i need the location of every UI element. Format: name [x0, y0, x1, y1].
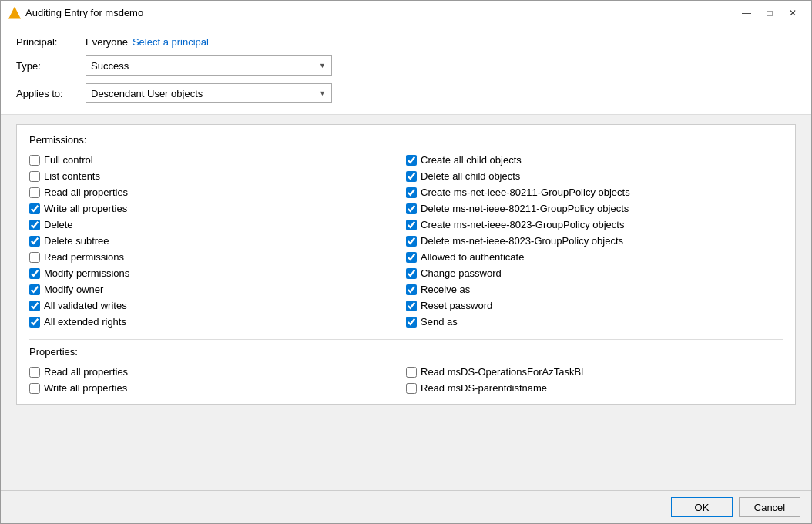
perm-create-ieee-80211-checkbox[interactable]: [406, 187, 417, 198]
perm-full-control-checkbox[interactable]: [29, 155, 40, 166]
perm-read-permissions-checkbox[interactable]: [29, 252, 40, 263]
perm-allowed-authenticate-checkbox[interactable]: [406, 252, 417, 263]
perm-reset-password-checkbox[interactable]: [406, 301, 417, 311]
permissions-label: Permissions:: [29, 134, 783, 146]
perm-write-all-props-checkbox[interactable]: [29, 203, 40, 214]
window-icon: [8, 7, 21, 19]
prop-write-all-row: Write all properties: [29, 381, 406, 395]
perm-full-control-row: Full control: [29, 153, 406, 166]
principal-value: Everyone: [86, 36, 128, 48]
applies-to-select[interactable]: Descendant User objects This object only…: [86, 83, 332, 103]
perm-delete-all-child-row: Delete all child objects: [406, 170, 783, 183]
perm-delete-checkbox[interactable]: [29, 220, 40, 230]
properties-section: Properties: Read all properties Write al…: [29, 339, 783, 395]
applies-to-label: Applies to:: [16, 88, 86, 99]
main-section: Permissions: Full control List contents: [1, 115, 811, 414]
perm-all-extended-rights-row: All extended rights: [29, 315, 406, 328]
prop-read-all-checkbox[interactable]: [29, 367, 40, 378]
perm-change-password-checkbox[interactable]: [406, 268, 417, 279]
perm-delete-ieee-8023-checkbox[interactable]: [406, 236, 417, 247]
prop-read-msds-parent-label: Read msDS-parentdistname: [421, 382, 547, 394]
perm-read-all-props-label: Read all properties: [44, 186, 128, 198]
bottom-bar: OK Cancel: [1, 490, 811, 523]
perm-delete-subtree-checkbox[interactable]: [29, 236, 40, 247]
perm-allowed-authenticate-label: Allowed to authenticate: [421, 251, 524, 263]
perm-delete-label: Delete: [44, 219, 73, 230]
perm-delete-row: Delete: [29, 218, 406, 231]
properties-right-col: Read msDS-OperationsForAzTaskBL Read msD…: [406, 365, 783, 395]
properties-label: Properties:: [29, 346, 783, 358]
ok-button[interactable]: OK: [671, 497, 733, 517]
perm-delete-ieee-8023-label: Delete ms-net-ieee-8023-GroupPolicy obje…: [421, 235, 623, 247]
close-button[interactable]: ✕: [782, 5, 804, 21]
perm-receive-as-checkbox[interactable]: [406, 284, 417, 295]
prop-write-all-checkbox[interactable]: [29, 383, 40, 394]
perm-modify-permissions-label: Modify permissions: [44, 267, 129, 279]
dialog-content: Principal: Everyone Select a principal T…: [1, 25, 811, 523]
perm-delete-ieee-80211-row: Delete ms-net-ieee-80211-GroupPolicy obj…: [406, 202, 783, 215]
select-principal-link[interactable]: Select a principal: [133, 36, 209, 48]
perm-reset-password-row: Reset password: [406, 299, 783, 312]
applies-to-row: Applies to: Descendant User objects This…: [16, 83, 796, 103]
perm-reset-password-label: Reset password: [421, 300, 492, 311]
title-bar-controls: — □ ✕: [736, 5, 804, 21]
perm-delete-all-child-label: Delete all child objects: [421, 170, 520, 182]
perm-create-ieee-80211-label: Create ms-net-ieee-80211-GroupPolicy obj…: [421, 186, 630, 198]
perm-create-ieee-80211-row: Create ms-net-ieee-80211-GroupPolicy obj…: [406, 186, 783, 199]
window-title: Auditing Entry for msdemo: [25, 7, 143, 18]
perm-read-permissions-label: Read permissions: [44, 251, 124, 263]
type-select[interactable]: Success Failure All: [86, 55, 332, 76]
perm-create-all-child-checkbox[interactable]: [406, 155, 417, 166]
perm-create-ieee-8023-checkbox[interactable]: [406, 220, 417, 230]
perm-delete-ieee-80211-checkbox[interactable]: [406, 203, 417, 214]
prop-read-msds-parent-row: Read msDS-parentdistname: [406, 381, 783, 395]
perm-modify-owner-checkbox[interactable]: [29, 284, 40, 295]
perm-delete-subtree-label: Delete subtree: [44, 235, 109, 247]
cancel-button[interactable]: Cancel: [739, 497, 800, 517]
perm-receive-as-label: Receive as: [421, 284, 470, 295]
perm-delete-ieee-80211-label: Delete ms-net-ieee-80211-GroupPolicy obj…: [421, 203, 629, 214]
prop-read-msds-operations-label: Read msDS-OperationsForAzTaskBL: [421, 366, 586, 378]
perm-delete-all-child-checkbox[interactable]: [406, 171, 417, 182]
perm-modify-owner-label: Modify owner: [44, 284, 103, 295]
minimize-button[interactable]: —: [736, 5, 757, 21]
perm-all-validated-writes-row: All validated writes: [29, 299, 406, 312]
perm-write-all-props-row: Write all properties: [29, 202, 406, 215]
perm-create-ieee-8023-label: Create ms-net-ieee-8023-GroupPolicy obje…: [421, 219, 624, 230]
permissions-box: Permissions: Full control List contents: [16, 124, 796, 405]
permissions-left-col: Full control List contents Read all prop…: [29, 153, 406, 328]
type-row: Type: Success Failure All: [16, 55, 796, 76]
perm-full-control-label: Full control: [44, 154, 93, 166]
perm-delete-ieee-8023-row: Delete ms-net-ieee-8023-GroupPolicy obje…: [406, 234, 783, 247]
principal-label: Principal:: [16, 36, 86, 48]
prop-read-msds-parent-checkbox[interactable]: [406, 383, 417, 394]
prop-read-all-label: Read all properties: [44, 366, 128, 378]
title-bar: Auditing Entry for msdemo — □ ✕: [1, 1, 811, 25]
applies-to-select-wrapper: Descendant User objects This object only…: [86, 83, 332, 103]
perm-create-all-child-row: Create all child objects: [406, 153, 783, 166]
perm-all-validated-writes-checkbox[interactable]: [29, 301, 40, 311]
perm-read-all-props-checkbox[interactable]: [29, 187, 40, 198]
perm-delete-subtree-row: Delete subtree: [29, 234, 406, 247]
perm-send-as-label: Send as: [421, 316, 458, 328]
type-label: Type:: [16, 60, 86, 72]
perm-modify-owner-row: Modify owner: [29, 283, 406, 296]
perm-change-password-label: Change password: [421, 267, 502, 279]
perm-list-contents-checkbox[interactable]: [29, 171, 40, 182]
principal-row: Principal: Everyone Select a principal: [16, 36, 796, 48]
perm-send-as-checkbox[interactable]: [406, 317, 417, 328]
perm-all-extended-rights-label: All extended rights: [44, 316, 126, 328]
perm-allowed-authenticate-row: Allowed to authenticate: [406, 250, 783, 264]
prop-read-msds-operations-checkbox[interactable]: [406, 367, 417, 378]
perm-create-all-child-label: Create all child objects: [421, 154, 522, 166]
prop-write-all-label: Write all properties: [44, 382, 127, 394]
perm-all-extended-rights-checkbox[interactable]: [29, 317, 40, 328]
perm-receive-as-row: Receive as: [406, 283, 783, 296]
main-window: Auditing Entry for msdemo — □ ✕ Principa…: [0, 0, 812, 524]
perm-modify-permissions-checkbox[interactable]: [29, 268, 40, 279]
prop-read-msds-operations-row: Read msDS-OperationsForAzTaskBL: [406, 365, 783, 378]
perm-write-all-props-label: Write all properties: [44, 203, 127, 214]
maximize-button[interactable]: □: [759, 5, 780, 21]
perm-create-ieee-8023-row: Create ms-net-ieee-8023-GroupPolicy obje…: [406, 218, 783, 231]
scrollable-area[interactable]: Permissions: Full control List contents: [1, 115, 811, 490]
